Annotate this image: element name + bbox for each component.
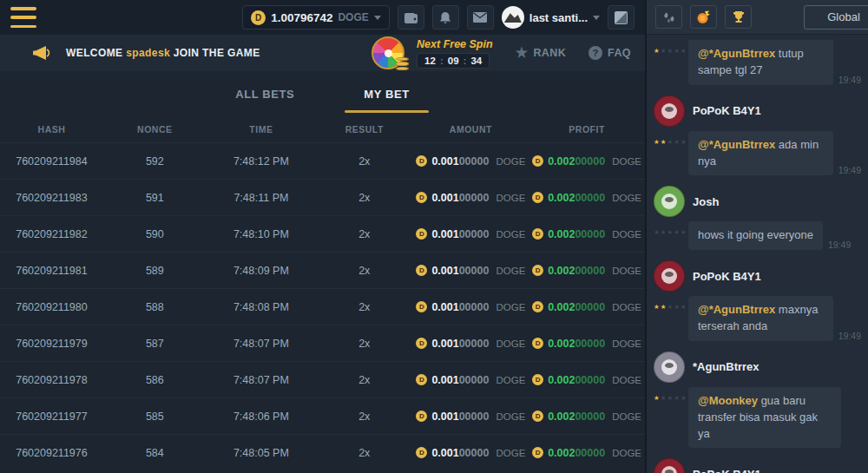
col-result: RESULT [316,124,412,135]
table-row[interactable]: 760209211976 584 7:48:05 PM 2x D 0.00100… [0,434,645,470]
bet-profit: D 0.00200000 DOGE [529,338,645,350]
avatar [654,95,685,127]
chat-message[interactable]: ★★★★★ @*AgunBtrrex tutup sampe tgl 27 19… [647,38,868,90]
message-bubble: hows it going everyone [688,221,823,250]
table-row[interactable]: 760209211982 590 7:48:10 PM 2x D 0.00100… [0,215,645,252]
bet-result: 2x [316,447,412,459]
table-row[interactable]: 760209211980 588 7:48:08 PM 2x D 0.00100… [0,288,645,325]
chevron-down-icon [593,16,600,20]
bet-amount: D 0.00100000 DOGE [412,192,529,204]
tab-all-bets[interactable]: ALL BETS [232,76,298,113]
notifications-button[interactable] [432,5,459,30]
bet-nonce: 585 [103,411,207,423]
bet-nonce: 589 [103,265,207,277]
bet-hash: 760209211980 [0,301,103,313]
bell-icon [439,11,451,24]
table-row[interactable]: 760209211978 586 7:48:07 PM 2x D 0.00100… [0,361,645,397]
rain-button[interactable] [655,5,682,29]
chat-toggle-button[interactable] [608,5,635,30]
bet-time: 7:48:07 PM [207,374,316,386]
bet-amount: D 0.00100000 DOGE [412,338,529,350]
table-row[interactable]: 760209211977 585 7:48:06 PM 2x D 0.00100… [0,397,645,434]
chat-message[interactable]: PoPoK B4Y1 ★★★★★ @*AgunBtrrex kl pny uan… [647,453,868,473]
top-bar: D 1.00796742 DOGE last santi... [0,0,645,35]
chat-toggle-icon [615,11,628,24]
chat-panel: Global ★★★★★ @*AgunBtrrex tutup sampe tg… [647,0,868,473]
doge-coin-icon: D [416,301,427,312]
star-rating: ★★★★★ [654,296,688,311]
bet-result: 2x [316,192,412,204]
star-icon: ★ [674,229,680,236]
chat-channel-button[interactable]: Global [804,5,868,30]
star-icon: ★ [667,304,673,311]
col-hash: HASH [0,124,103,135]
bet-hash: 760209211981 [0,265,103,277]
doge-coin-icon: D [532,155,543,167]
chat-message[interactable]: PoPoK B4Y1 ★★★★★ @*AgunBtrrex maxnya ter… [647,255,868,346]
bet-profit: D 0.00200000 DOGE [529,228,645,240]
message-text: hows it going everyone [698,228,813,241]
wallet-button[interactable] [398,5,424,30]
tab-my-bet[interactable]: MY BET [360,76,412,113]
chat-message[interactable]: PoPoK B4Y1 ★★★★★ @*AgunBtrrex ada min ny… [647,90,868,181]
doge-coin-icon: D [532,265,543,276]
bet-hash: 760209211982 [0,228,103,240]
bet-result: 2x [316,301,412,313]
table-row[interactable]: 760209211981 589 7:48:09 PM 2x D 0.00100… [0,252,645,288]
bet-amount: D 0.00100000 DOGE [412,447,529,459]
star-rating: ★★★★★ [654,387,688,402]
doge-coin-icon: D [416,338,427,349]
doge-coin-icon: D [416,447,427,458]
star-icon: ★ [681,48,687,55]
table-row[interactable]: 760209211983 591 7:48:11 PM 2x D 0.00100… [0,179,645,215]
faq-link[interactable]: ? FAQ [589,46,631,60]
message-bubble: @*AgunBtrrex tutup sampe tgl 27 [688,40,833,85]
chat-messages[interactable]: ★★★★★ @*AgunBtrrex tutup sampe tgl 27 19… [647,35,868,473]
bet-time: 7:48:08 PM [207,301,316,313]
table-row[interactable]: 760209211984 592 7:48:12 PM 2x D 0.00100… [0,142,645,179]
question-icon: ? [589,46,602,60]
message-timestamp: 19:49 [828,240,851,250]
doge-coin-icon: D [416,155,427,167]
bet-time: 7:48:05 PM [207,447,316,459]
message-timestamp: 19:49 [838,331,861,341]
bet-amount: D 0.00100000 DOGE [412,374,529,386]
star-icon: ★ [674,139,680,146]
free-spin-widget[interactable]: Next Free Spin 12: 09: 34 [372,36,493,69]
table-row[interactable]: 760209211979 587 7:48:07 PM 2x D 0.00100… [0,325,645,361]
bet-result: 2x [316,155,412,168]
message-bubble: @Moonkey gua baru transfer bisa masuk ga… [688,387,841,449]
star-icon: ★ [661,139,667,146]
bet-result: 2x [316,411,412,423]
avatar [654,458,685,473]
menu-icon[interactable] [10,7,36,28]
chat-message[interactable]: *AgunBtrrex ★★★★★ @Moonkey gua baru tran… [647,346,868,454]
rank-link[interactable]: ★ RANK [516,46,566,60]
messages-button[interactable] [467,5,494,30]
user-menu[interactable]: last santi... [502,6,600,29]
balance-selector[interactable]: D 1.00796742 DOGE [242,5,390,30]
star-icon: ★ [681,304,687,311]
fireball-button[interactable] [690,5,717,29]
chat-message[interactable]: Josh ★★★★★ hows it going everyone 19:49 [647,181,868,255]
mention: @Moonkey [698,394,761,407]
star-icon: ★ [654,48,660,55]
bet-hash: 760209211979 [0,338,103,350]
bet-rows: 760209211984 592 7:48:12 PM 2x D 0.00100… [0,142,645,470]
doge-coin-icon: D [532,338,543,349]
bet-nonce: 592 [103,155,207,168]
mention: @*AgunBtrrex [698,138,779,151]
trophy-icon [732,10,746,23]
bet-nonce: 588 [103,301,207,313]
col-amount: AMOUNT [412,124,529,135]
wallet-icon [404,11,418,23]
bet-profit: D 0.00200000 DOGE [529,265,645,277]
doge-coin-icon: D [416,228,427,240]
star-icon: ★ [667,229,673,236]
mail-icon [473,12,487,23]
star-icon: ★ [667,139,673,146]
trophy-button[interactable] [725,5,752,29]
welcome-username: spadesk [126,47,170,59]
mention: @*AgunBtrrex [698,303,779,316]
doge-coin-icon: D [416,374,427,385]
